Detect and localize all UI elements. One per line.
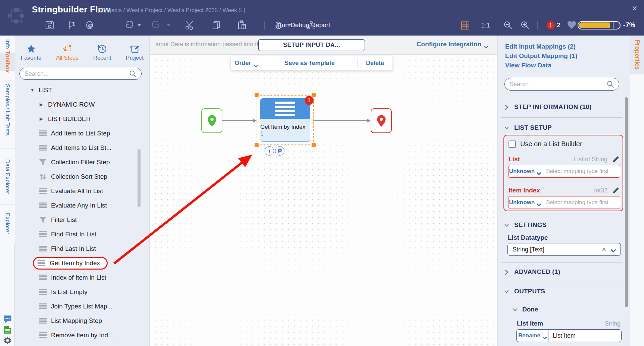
properties-scrollbar[interactable] bbox=[625, 97, 628, 307]
cut-button[interactable] bbox=[184, 20, 195, 30]
rename-dropdown[interactable]: Rename bbox=[517, 330, 549, 342]
chevron-down-icon bbox=[504, 125, 509, 130]
redo-dropdown-caret[interactable] bbox=[167, 24, 170, 26]
section-outputs[interactable]: OUTPUTS bbox=[504, 288, 545, 295]
section-list-setup[interactable]: LIST SETUP bbox=[504, 124, 552, 131]
item-index-field-label: Item Index bbox=[508, 187, 540, 194]
item-index-mapping-input[interactable] bbox=[542, 199, 620, 206]
use-on-list-builder-checkbox[interactable] bbox=[508, 140, 516, 148]
favorite-heart-icon[interactable] bbox=[567, 21, 576, 29]
tree-group-dynamic-row[interactable]: ▶DYNAMIC ROW bbox=[15, 97, 138, 112]
list-step-icon bbox=[39, 318, 47, 324]
tree-item-index-of-item-in-list[interactable]: Index of Item in List bbox=[15, 270, 138, 285]
tree-item-collection-filter-step[interactable]: Collection Filter Step bbox=[15, 155, 138, 169]
step-node-get-item-by-index[interactable]: Get Item by Index 1 bbox=[260, 98, 310, 142]
tree-item-evaluate-all-in-list[interactable]: Evaluate All In List bbox=[15, 184, 138, 198]
rename-value-input[interactable] bbox=[549, 332, 622, 339]
edit-pencil-icon[interactable] bbox=[612, 187, 619, 194]
edit-pencil-icon[interactable] bbox=[612, 156, 619, 163]
redo-button[interactable] bbox=[152, 20, 162, 30]
toolbar-divider bbox=[264, 21, 265, 30]
edit-input-mappings-link[interactable]: Edit Input Mappings (2) bbox=[505, 43, 576, 50]
tab-project[interactable]: Project bbox=[126, 38, 144, 65]
tab-recent[interactable]: Recent bbox=[93, 38, 111, 65]
tree-item-join-types-list-map[interactable]: Join Types List Map... bbox=[15, 299, 138, 313]
tree-item-find-first-in-list[interactable]: Find First In List bbox=[15, 227, 138, 241]
resize-handle-se[interactable] bbox=[312, 143, 316, 147]
tab-favorite[interactable]: Favorite bbox=[21, 38, 41, 65]
node-delete-button[interactable] bbox=[275, 146, 284, 156]
rail-tab-properties[interactable]: Properties bbox=[630, 36, 644, 74]
tree-item-remove-item-by-index[interactable]: Remove Item by Ind... bbox=[15, 328, 138, 342]
validation-button[interactable] bbox=[85, 20, 95, 30]
zoom-out-button[interactable] bbox=[503, 21, 513, 30]
configure-integration-button[interactable]: Configure Integration bbox=[417, 41, 488, 48]
tree-item-find-last-in-list[interactable]: Find Last In List bbox=[15, 241, 138, 256]
resize-handle-sw[interactable] bbox=[255, 143, 259, 147]
rail-tab-info[interactable]: Info bbox=[0, 36, 15, 53]
tree-item-get-item-by-index[interactable]: Get Item by Index bbox=[15, 256, 138, 270]
list-step-icon bbox=[39, 246, 47, 251]
snap-grid-button[interactable] bbox=[461, 21, 469, 30]
resize-handle-ne[interactable] bbox=[312, 93, 316, 97]
section-settings[interactable]: SETTINGS bbox=[504, 221, 547, 229]
outputs-done-group[interactable]: Done bbox=[513, 306, 538, 313]
tree-group-list-builder[interactable]: ▶LIST BUILDER bbox=[15, 112, 138, 126]
resize-handle-nw[interactable] bbox=[255, 93, 259, 97]
tree-item-add-items-to-list-step[interactable]: Add Items to List St... bbox=[15, 140, 138, 155]
toolbar-divider bbox=[537, 21, 538, 30]
settings-gear-icon[interactable] bbox=[3, 336, 12, 345]
close-icon[interactable]: × bbox=[630, 4, 639, 13]
chat-icon[interactable] bbox=[3, 315, 12, 323]
order-menu-button[interactable]: Order bbox=[231, 56, 262, 70]
list-datatype-label: List Datatype bbox=[508, 234, 548, 241]
tree-item-filter-list[interactable]: Filter List bbox=[15, 213, 138, 227]
delete-button[interactable]: Delete bbox=[358, 56, 392, 70]
save-button[interactable] bbox=[45, 20, 55, 30]
save-as-template-button[interactable]: Save as Template bbox=[262, 56, 357, 70]
setup-input-data-button[interactable]: SETUP INPUT DA... bbox=[258, 39, 365, 51]
tree-item-collection-sort-step[interactable]: Collection Sort Step bbox=[15, 169, 138, 184]
chevron-right-icon bbox=[504, 269, 509, 275]
undo-button[interactable] bbox=[123, 20, 133, 30]
item-index-mapping-type-dropdown[interactable]: Unknown bbox=[508, 196, 542, 209]
section-advanced[interactable]: ADVANCED (1) bbox=[504, 268, 560, 276]
list-mapping-field: Unknown bbox=[508, 165, 620, 178]
node-info-button[interactable]: i bbox=[265, 146, 274, 156]
copy-button[interactable] bbox=[211, 20, 221, 30]
edit-output-mapping-link[interactable]: Edit Output Mapping (1) bbox=[505, 52, 577, 60]
list-mapping-type-dropdown[interactable]: Unknown bbox=[508, 165, 542, 177]
tree-scrollbar[interactable] bbox=[138, 149, 141, 207]
validation-error-badge[interactable]: ! bbox=[547, 21, 555, 29]
toolbox-search-input[interactable] bbox=[24, 70, 129, 77]
zoom-in-button[interactable] bbox=[521, 21, 530, 30]
end-node[interactable] bbox=[371, 108, 392, 133]
section-step-information[interactable]: STEP INFORMATION (10) bbox=[504, 103, 591, 111]
document-icon[interactable] bbox=[3, 326, 12, 334]
start-node[interactable] bbox=[201, 108, 222, 133]
rail-tab-samples-unit-tests[interactable]: Samples / Unit Tests bbox=[0, 71, 15, 149]
list-mapping-input[interactable] bbox=[542, 168, 620, 175]
undo-dropdown-caret[interactable] bbox=[138, 24, 141, 26]
tree-group-list[interactable]: ▼LIST bbox=[15, 83, 138, 97]
paste-button[interactable] bbox=[237, 20, 247, 30]
list-step-icon bbox=[39, 289, 47, 295]
rail-tab-data-explorer[interactable]: Data Explorer bbox=[0, 149, 15, 205]
view-flow-data-link[interactable]: View Flow Data bbox=[505, 62, 551, 69]
tree-item-list-mapping-step[interactable]: List Mapping Step bbox=[15, 313, 138, 328]
flag-button[interactable] bbox=[67, 20, 77, 30]
list-item-output-label: List Item bbox=[517, 320, 543, 327]
list-datatype-combo[interactable]: String [Text] × bbox=[507, 243, 621, 256]
tab-all-steps[interactable]: All Steps bbox=[56, 38, 78, 65]
flow-canvas[interactable]: Input Data is information passed into th… bbox=[150, 36, 497, 346]
tree-item-add-item-to-list-step[interactable]: Add Item to List Step bbox=[15, 126, 138, 140]
run-debug-report-button[interactable]: Run Debug Report bbox=[277, 21, 330, 29]
tree-item-evaluate-any-in-list[interactable]: Evaluate Any In List bbox=[15, 198, 138, 213]
rail-tab-explorer[interactable]: Explorer bbox=[0, 205, 15, 243]
tree-item-is-list-empty[interactable]: Is List Empty bbox=[15, 285, 138, 299]
chevron-down-icon[interactable] bbox=[611, 248, 616, 251]
list-step-icon bbox=[39, 145, 47, 151]
properties-search-input[interactable] bbox=[509, 81, 607, 88]
clear-icon[interactable]: × bbox=[602, 246, 606, 253]
rail-tab-toolbox[interactable]: Toolbox bbox=[0, 53, 15, 71]
